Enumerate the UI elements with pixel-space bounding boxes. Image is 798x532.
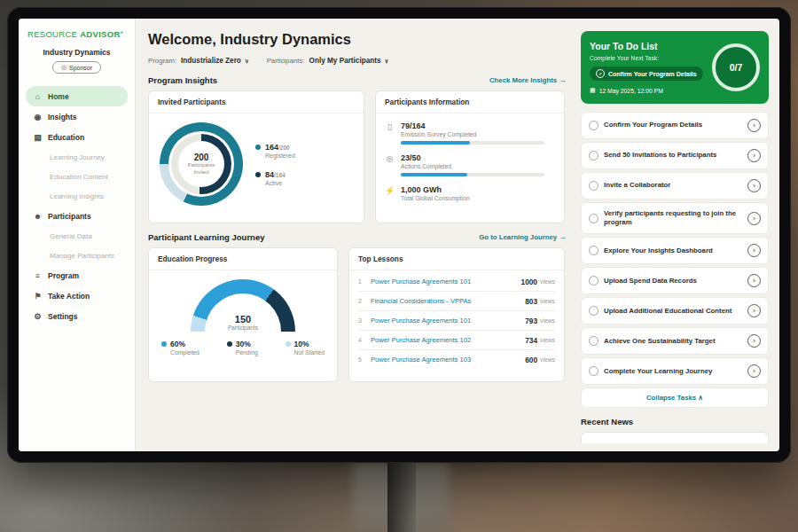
logo-plus: + <box>121 29 124 35</box>
stat-value: 79/164 <box>401 121 544 130</box>
task-item-send-invitations[interactable]: Send 50 Invitations to Participants › <box>581 142 769 169</box>
chevron-down-icon: ∨ <box>245 58 249 65</box>
participants-select-value: Only My Participants <box>309 57 381 65</box>
task-checkbox[interactable] <box>589 151 598 160</box>
task-item-explore-insights[interactable]: Explore Your Insights Dashboard › <box>581 237 769 264</box>
task-item-invite-collaborator[interactable]: Invite a Collaborator › <box>581 172 769 200</box>
stat-emission-survey: ▯ 79/164 Emission Survey Completed <box>385 121 555 145</box>
go-to-learning-journey-link[interactable]: Go to Learning Journey → <box>479 233 567 241</box>
gauge-legend: 60% Completed 30% Pending 10% Not Starte… <box>149 332 337 356</box>
lesson-row: 5 Power Purchase Agreements 103 600 view… <box>358 350 555 369</box>
task-item-confirm-program[interactable]: Confirm Your Program Details › <box>581 112 769 139</box>
nav-label: Learning Journey <box>50 153 105 161</box>
task-checkbox[interactable] <box>589 181 598 191</box>
lesson-row: 4 Power Purchase Agreements 102 734 view… <box>358 331 555 350</box>
chevron-right-icon[interactable]: › <box>747 212 761 225</box>
target-icon: ◎ <box>385 154 395 176</box>
progress-fill <box>401 141 470 145</box>
collapse-tasks-button[interactable]: Collapse Tasks ∧ <box>581 387 769 408</box>
sidebar-nav: ⌂ Home ◉ Insights ▤ Education Learning J… <box>26 86 128 326</box>
sidebar-item-take-action[interactable]: ⚑ Take Action <box>26 286 128 306</box>
monitor-bezel: RESOURCE ADVISOR+ Industry Dynamics ◎ Sp… <box>7 7 791 463</box>
sidebar: RESOURCE ADVISOR+ Industry Dynamics ◎ Sp… <box>19 19 136 451</box>
card-title: Participants Information <box>376 91 564 113</box>
donut-center-value: 200 <box>194 153 209 162</box>
task-label: Explore Your Insights Dashboard <box>604 246 742 255</box>
chevron-right-icon[interactable]: › <box>747 334 761 348</box>
background-photo: RESOURCE ADVISOR+ Industry Dynamics ◎ Sp… <box>0 0 798 532</box>
chevron-right-icon[interactable]: › <box>747 119 761 132</box>
lesson-link[interactable]: Power Purchase Agreements 101 <box>371 278 521 286</box>
top-lessons-card: Top Lessons 1 Power Purchase Agreements … <box>348 247 565 382</box>
lesson-link[interactable]: Power Purchase Agreements 102 <box>371 336 525 344</box>
task-checkbox[interactable] <box>589 214 598 223</box>
lesson-link[interactable]: Power Purchase Agreements 101 <box>371 317 525 325</box>
legend-dot <box>161 341 167 347</box>
next-task-label: Confirm Your Program Details <box>608 71 697 77</box>
legend-value: 84 <box>265 170 274 179</box>
task-item-achieve-target[interactable]: Achieve One Sustainability Target › <box>581 327 769 355</box>
task-checkbox[interactable] <box>589 121 598 130</box>
sidebar-item-participants[interactable]: ☻ Participants <box>26 206 128 226</box>
task-checkbox[interactable] <box>589 246 598 255</box>
participants-filter-label: Participants: <box>267 57 305 65</box>
main-content: Welcome, Industry Dynamics Program: Indu… <box>136 19 579 451</box>
task-item-verify-participants[interactable]: Verify participants requesting to join t… <box>581 202 769 234</box>
task-item-upload-educational-content[interactable]: Upload Additional Educational Content › <box>581 297 769 325</box>
sidebar-item-general-data[interactable]: General Data <box>26 226 128 246</box>
sidebar-item-program[interactable]: ≡ Program <box>26 265 128 286</box>
task-check-icon: ✓ <box>596 69 605 78</box>
legend-value: 30% <box>236 340 251 348</box>
nav-label: Settings <box>48 312 78 321</box>
education-progress-card: Education Progress 150 Participants <box>148 247 338 382</box>
sidebar-item-education-content[interactable]: Education Content <box>26 167 128 186</box>
next-task-pill[interactable]: ✓ Confirm Your Program Details <box>590 66 703 81</box>
task-checkbox[interactable] <box>589 276 598 286</box>
sidebar-item-learning-insights[interactable]: Learning Insights <box>26 186 128 206</box>
lesson-views-label: views <box>540 317 555 324</box>
chevron-right-icon[interactable]: › <box>747 179 761 192</box>
nav-label: Program <box>48 271 79 280</box>
lesson-rank: 1 <box>358 278 371 285</box>
task-item-complete-learning-journey[interactable]: Complete Your Learning Journey › <box>581 357 769 385</box>
legend-value: 60% <box>170 340 185 348</box>
task-label: Invite a Collaborator <box>604 181 742 190</box>
participants-select[interactable]: Only My Participants ∨ <box>309 57 389 65</box>
chevron-right-icon[interactable]: › <box>747 244 761 257</box>
stat-label: Actions Completed <box>401 163 544 169</box>
lesson-link[interactable]: Financial Considerations - VPPAs <box>371 297 525 305</box>
task-checkbox[interactable] <box>589 306 598 316</box>
task-checkbox[interactable] <box>589 366 598 376</box>
legend-label: Registered <box>265 153 295 159</box>
lesson-row: 3 Power Purchase Agreements 101 793 view… <box>358 311 555 331</box>
home-icon: ⌂ <box>33 92 43 101</box>
dashboard-screen: RESOURCE ADVISOR+ Industry Dynamics ◎ Sp… <box>19 19 779 451</box>
nav-label: Home <box>48 92 69 101</box>
sidebar-item-insights[interactable]: ◉ Insights <box>26 106 128 127</box>
chevron-right-icon[interactable]: › <box>747 364 761 378</box>
settings-icon: ⚙ <box>33 312 43 321</box>
chevron-right-icon[interactable]: › <box>747 304 761 317</box>
task-checkbox[interactable] <box>589 336 598 346</box>
sidebar-item-education[interactable]: ▤ Education <box>26 127 128 147</box>
sidebar-item-settings[interactable]: ⚙ Settings <box>26 306 128 326</box>
program-select-value: Industrialize Zero <box>181 57 241 65</box>
lesson-views-value: 734 <box>525 336 537 345</box>
lesson-rank: 2 <box>358 298 371 304</box>
arrow-right-icon: → <box>559 233 567 241</box>
program-select[interactable]: Industrialize Zero ∨ <box>181 57 249 65</box>
stat-global-consumption: ⚡ 1,000 GWh Total Global Consumption <box>385 185 555 201</box>
chevron-right-icon[interactable]: › <box>747 274 761 287</box>
task-label: Upload Additional Educational Content <box>604 307 742 316</box>
sidebar-item-home[interactable]: ⌂ Home <box>26 86 128 106</box>
lesson-link[interactable]: Power Purchase Agreements 103 <box>371 356 525 364</box>
sidebar-item-learning-journey[interactable]: Learning Journey <box>26 147 128 167</box>
gauge-center: 150 Participants <box>191 314 295 331</box>
sidebar-item-manage-participants[interactable]: Manage Participants <box>26 246 128 265</box>
legend-total: /200 <box>278 145 290 151</box>
chevron-right-icon[interactable]: › <box>747 149 761 162</box>
check-more-insights-link[interactable]: Check More Insights → <box>489 76 567 84</box>
legend-dot <box>227 341 232 347</box>
task-item-upload-spend-data[interactable]: Upload Spend Data Records › <box>581 267 769 294</box>
task-label: Confirm Your Program Details <box>604 121 742 129</box>
